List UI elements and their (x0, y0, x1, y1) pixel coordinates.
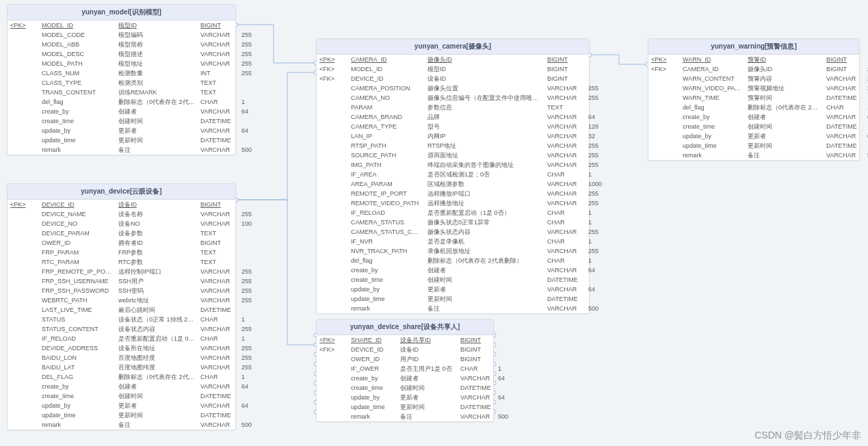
table-row[interactable]: <PK>WARN_ID预警IDBIGINT (648, 55, 868, 64)
entity-yunyan_device[interactable]: yunyan_device[云眼设备]<PK>DEVICE_ID设备IDBIGI… (7, 183, 236, 430)
table-row[interactable]: del_flag删除标志（0代表存在 2代表删除）CHAR1 (648, 103, 868, 112)
table-row[interactable]: remark备注VARCHAR500 (317, 304, 609, 313)
table-row[interactable]: REMOTE_IP_PORT远程播放IP端口VARCHAR255 (317, 189, 609, 198)
table-row[interactable]: remark备注VARCHAR500 (8, 420, 262, 430)
cell-desc: 更新时间 (745, 141, 824, 150)
table-row[interactable]: DEVICE_PARAM设备参数TEXT (8, 228, 262, 238)
table-row[interactable]: <PK>CAMERA_ID摄像头IDBIGINT (317, 55, 609, 64)
table-row[interactable]: remark备注VARCHAR500 (317, 412, 516, 421)
table-row[interactable]: TRANS_CONTENT训练REMARKTEXT (8, 88, 262, 97)
table-row[interactable]: CAMERA_POSITION摄像头位置VARCHAR255 (317, 83, 609, 93)
table-row[interactable]: <FK>CAMERA_ID摄像头IDBIGINT255 (648, 64, 868, 74)
cell-type: VARCHAR (198, 267, 239, 276)
table-row[interactable]: RTSP_PATHRTSP地址VARCHAR255 (317, 141, 609, 150)
table-row[interactable]: CAMERA_STATUS_CONTENT摄像头状态内容VARCHAR255 (317, 227, 609, 237)
table-row[interactable]: WARN_VIDEO_PATH预警视频地址VARCHAR255 (648, 83, 868, 93)
table-row[interactable]: CLASS_NUM检测数量INT255 (8, 68, 262, 78)
table-row[interactable]: <FK>MODEL_ID模型IDBIGINT (317, 64, 609, 74)
table-row[interactable]: <PK>DEVICE_ID设备IDBIGINT (8, 200, 262, 209)
table-row[interactable]: del_flag删除标志（0代表存在 2代表删除）CHAR1 (8, 97, 262, 107)
table-row[interactable]: DEVIDE_ADDRESS设备所在地址VARCHAR255 (8, 343, 262, 353)
table-row[interactable]: remark备注VARCHAR500 (8, 145, 262, 155)
table-row[interactable]: AREA_PARAM区域检测参数VARCHAR1000 (317, 179, 609, 189)
table-row[interactable]: PARAM参数信息TEXT (317, 103, 609, 112)
table-row[interactable]: IMG_PATH终端自动采集的首个图像的地址VARCHAR255 (317, 160, 609, 170)
table-row[interactable]: create_time创建时间DATETIME (8, 391, 262, 401)
table-row[interactable]: MODEL_CODE模型编码VARCHAR255 (8, 30, 262, 40)
table-row[interactable]: create_time创建时间DATETIME (317, 383, 516, 393)
table-row[interactable]: IF_RELOAD是否重新配置启动（1是 0否）CHAR1 (317, 208, 609, 218)
table-row[interactable]: BAIDU_LON百度地图经度VARCHAR255 (8, 353, 262, 363)
table-row[interactable]: FRP_SSH_USERNAMESSH用户VARCHAR255 (8, 276, 262, 286)
table-row[interactable]: SOURCE_PATH源画面地址VARCHAR255 (317, 150, 609, 160)
table-row[interactable]: IF_OWER是否主用户1是 0否CHAR1 (317, 364, 516, 373)
table-row[interactable]: del_flag删除标志（0代表存在 2代表删除）CHAR1 (317, 256, 609, 265)
table-row[interactable]: CAMERA_BRAND品牌VARCHAR64 (317, 112, 609, 122)
table-row[interactable]: create_time创建时间DATETIME (317, 275, 609, 285)
table-row[interactable]: update_by更新者VARCHAR64 (648, 131, 868, 141)
table-row[interactable]: LAST_LIVE_TIME最后心跳时间DATETIME (8, 305, 262, 315)
table-row[interactable]: update_by更新者VARCHAR64 (317, 393, 516, 402)
cell-len (239, 257, 262, 267)
table-row[interactable]: WARN_TIME预警时间DATETIME (648, 93, 868, 103)
table-row[interactable]: <FK>DEVICE_ID设备IDBIGINT (317, 74, 609, 83)
table-row[interactable]: create_by创建者VARCHAR64 (648, 112, 868, 122)
table-row[interactable]: CAMERA_STATUS摄像头状态0正常1异常CHAR1 (317, 218, 609, 227)
table-row[interactable]: create_time创建时间DATETIME (648, 122, 868, 131)
cell-key (8, 276, 39, 286)
table-row[interactable]: WEBRTC_PATHwebrtc地址VARCHAR255 (8, 296, 262, 305)
table-row[interactable]: update_time更新时间DATETIME (8, 135, 262, 145)
table-row[interactable]: MODEL_PATH模型地址VARCHAR255 (8, 59, 262, 68)
table-row[interactable]: remark备注VARCHAR500 (648, 150, 868, 160)
table-row[interactable]: REMOTE_VIDEO_PATH远程播放地址VARCHAR255 (317, 198, 609, 208)
table-row[interactable]: DEL_FLAG删除标志（0代表存在 2代表删除）CHAR1 (8, 372, 262, 382)
entity-yunyan_device_share[interactable]: yunyan_device_share[设备共享人]<PK>SHARE_ID设备… (316, 319, 494, 422)
table-row[interactable]: create_by创建者VARCHAR64 (317, 373, 516, 383)
cell-key (8, 382, 39, 391)
table-row[interactable]: CAMERA_NO摄像头信息编号（在配置文件中使用唯一标注）VARCHAR255 (317, 93, 609, 103)
table-row[interactable]: DEVICE_NO设备NOVARCHAR100 (8, 219, 262, 228)
table-row[interactable]: STATUS设备状态（0正常 1掉线 2异常）CHAR1 (8, 315, 262, 324)
table-row[interactable]: update_time更新时间DATETIME (8, 410, 262, 420)
table-row[interactable]: DEVICE_NAME设备名称VARCHAR255 (8, 209, 262, 219)
table-row[interactable]: FRP_PARAMFRP参数TEXT (8, 248, 262, 257)
table-row[interactable]: update_by更新者VARCHAR64 (8, 126, 262, 135)
table-row[interactable]: OWER_ID用户IDBIGINT (317, 354, 516, 364)
cell-key (8, 135, 39, 145)
table-row[interactable]: RTC_PARAMRTC参数TEXT (8, 257, 262, 267)
table-row[interactable]: MODEL_DESC模型描述VARCHAR255 (8, 49, 262, 59)
table-row[interactable]: <PK>SHARE_ID设备共享IDBIGINT (317, 335, 516, 345)
table-row[interactable]: update_time更新时间DATETIME (317, 294, 609, 304)
cell-name: WARN_CONTENT (680, 74, 745, 83)
entity-yunyan_camera[interactable]: yunyan_camera[摄像头]<PK>CAMERA_ID摄像头IDBIGI… (316, 38, 590, 314)
table-row[interactable]: CAMERA_TYPE型号VARCHAR128 (317, 122, 609, 131)
table-row[interactable]: <FK>DEVICE_ID设备IDBIGINT (317, 345, 516, 354)
table-row[interactable]: LAN_IP内网IPVARCHAR32 (317, 131, 609, 141)
table-row[interactable]: MODEL_ABB模型简称VARCHAR255 (8, 40, 262, 49)
cell-key (317, 131, 348, 141)
table-row[interactable]: update_time更新时间DATETIME (317, 402, 516, 412)
table-row[interactable]: update_by更新者VARCHAR64 (317, 285, 609, 294)
table-row[interactable]: WARN_CONTENT预警内容VARCHAR255 (648, 74, 868, 83)
table-row[interactable]: create_by创建者VARCHAR64 (8, 382, 262, 391)
table-row[interactable]: CLASS_TYPE检测类别TEXT (8, 78, 262, 88)
table-row[interactable]: IF_NVR是否是录像机CHAR1 (317, 237, 609, 246)
table-row[interactable]: OWER_ID拥有者IDBIGINT (8, 238, 262, 248)
er-diagram-canvas[interactable]: yunyan_model[识别模型]<PK>MODEL_ID模型IDBIGINT… (0, 0, 868, 446)
entity-yunyan_model[interactable]: yunyan_model[识别模型]<PK>MODEL_ID模型IDBIGINT… (7, 4, 236, 155)
table-row[interactable]: create_by创建者VARCHAR64 (317, 265, 609, 275)
table-row[interactable]: <PK>MODEL_ID模型IDBIGINT (8, 21, 262, 30)
table-row[interactable]: update_time更新时间DATETIME (648, 141, 868, 150)
table-row[interactable]: IF_AREA是否区域检测1是；0否CHAR1 (317, 170, 609, 179)
table-row[interactable]: STATUS_CONTENT设备状态内容VARCHAR255 (8, 324, 262, 334)
table-row[interactable]: BAIDU_LAT百度地图纬度VARCHAR255 (8, 363, 262, 372)
cell-key (317, 246, 348, 256)
table-row[interactable]: IF_RELOAD是否重新配置启动（1是 0否）CHAR1 (8, 334, 262, 343)
table-row[interactable]: FRP_SSH_PASSWORDSSH密码VARCHAR255 (8, 286, 262, 296)
table-row[interactable]: NVR_TRACK_PATH录像机回放地址VARCHAR255 (317, 246, 609, 256)
table-row[interactable]: create_time创建时间DATETIME (8, 116, 262, 126)
table-row[interactable]: FRP_REMOTE_IP_PORT远程控制IP端口VARCHAR255 (8, 267, 262, 276)
table-row[interactable]: create_by创建者VARCHAR64 (8, 107, 262, 116)
table-row[interactable]: update_by更新者VARCHAR64 (8, 401, 262, 410)
entity-yunyan_warning[interactable]: yunyan_warning[预警信息]<PK>WARN_ID预警IDBIGIN… (648, 38, 860, 161)
